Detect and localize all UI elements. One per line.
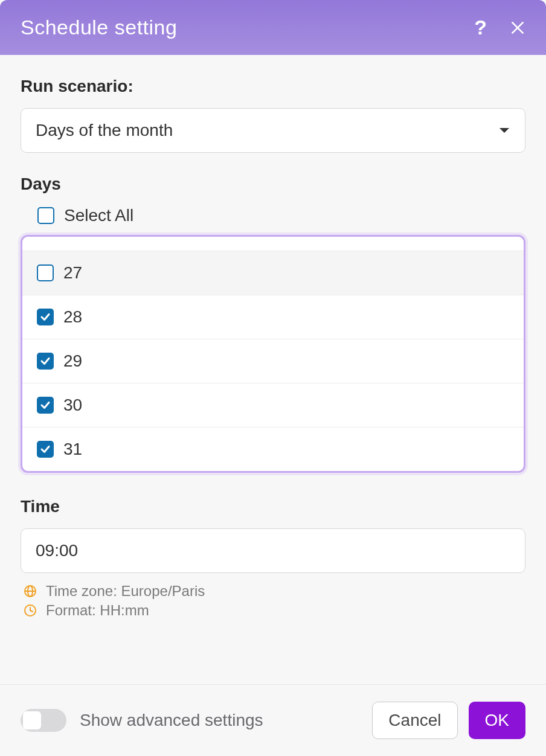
- modal-content: Run scenario: Days of the month Days Sel…: [0, 55, 546, 684]
- day-28-label: 28: [63, 307, 82, 327]
- run-scenario-label: Run scenario:: [21, 77, 525, 96]
- days-label: Days: [21, 175, 525, 194]
- day-row-27[interactable]: 27: [22, 251, 524, 295]
- format-hint-row: Format: HH:mm: [21, 601, 525, 620]
- format-hint-text: Format: HH:mm: [46, 602, 149, 619]
- schedule-setting-modal: Schedule setting ? Run scenario: Days of…: [0, 0, 546, 756]
- day-30-label: 30: [63, 396, 82, 415]
- footer-right: Cancel OK: [372, 702, 525, 739]
- close-icon[interactable]: [510, 20, 525, 36]
- advanced-settings-label: Show advanced settings: [80, 711, 263, 730]
- modal-header: Schedule setting ?: [0, 0, 546, 55]
- toggle-knob: [23, 711, 41, 729]
- days-list: 27 28 29 30: [21, 235, 525, 473]
- day-row-31[interactable]: 31: [22, 428, 524, 471]
- footer-left: Show advanced settings: [21, 709, 263, 732]
- select-all-checkbox[interactable]: [37, 207, 54, 224]
- day-row-30[interactable]: 30: [22, 383, 524, 428]
- svg-line-7: [30, 610, 33, 612]
- day-row-28[interactable]: 28: [22, 295, 524, 339]
- run-scenario-value: Days of the month: [36, 121, 173, 140]
- day-29-label: 29: [63, 351, 82, 371]
- ok-button[interactable]: OK: [469, 702, 525, 739]
- day-31-label: 31: [63, 440, 82, 459]
- cancel-button[interactable]: Cancel: [372, 702, 457, 739]
- day-30-checkbox[interactable]: [37, 397, 54, 414]
- header-actions: ?: [474, 16, 525, 39]
- day-27-checkbox[interactable]: [37, 264, 54, 281]
- select-all-row[interactable]: Select All: [21, 206, 525, 235]
- run-scenario-select[interactable]: Days of the month: [21, 108, 525, 153]
- timezone-hint-text: Time zone: Europe/Paris: [46, 583, 205, 600]
- day-29-checkbox[interactable]: [37, 353, 54, 370]
- day-row-29[interactable]: 29: [22, 339, 524, 383]
- timezone-hint-row: Time zone: Europe/Paris: [21, 581, 525, 601]
- days-list-edge: [22, 237, 524, 251]
- clock-icon: [23, 603, 37, 618]
- modal-footer: Show advanced settings Cancel OK: [0, 684, 546, 756]
- time-input[interactable]: [21, 528, 525, 573]
- day-28-checkbox[interactable]: [37, 309, 54, 325]
- globe-icon: [23, 584, 37, 598]
- chevron-down-icon: [498, 124, 510, 136]
- day-27-label: 27: [63, 263, 82, 283]
- time-label: Time: [21, 497, 525, 516]
- help-icon[interactable]: ?: [474, 16, 487, 39]
- day-31-checkbox[interactable]: [37, 441, 54, 458]
- select-all-label: Select All: [64, 206, 133, 225]
- advanced-settings-toggle[interactable]: [21, 709, 66, 732]
- modal-title: Schedule setting: [21, 16, 177, 39]
